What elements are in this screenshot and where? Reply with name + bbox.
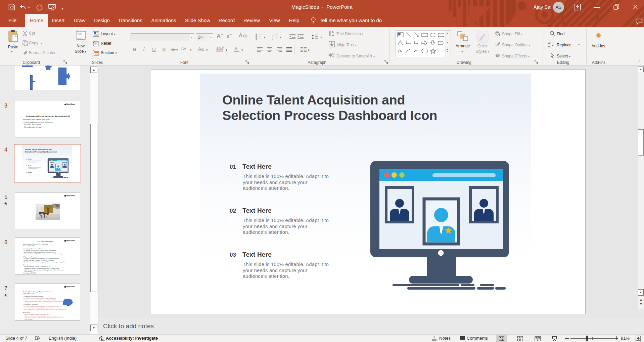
svg-text:A: A	[332, 30, 334, 34]
svg-text:ac: ac	[548, 45, 551, 48]
svg-text:3: 3	[272, 38, 273, 40]
